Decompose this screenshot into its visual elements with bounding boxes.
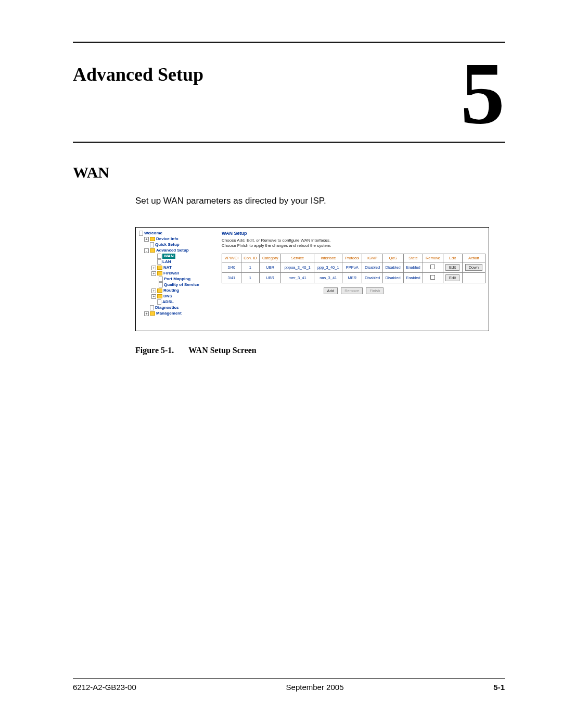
section-body: Set up WAN parameters as directed by you… bbox=[135, 196, 505, 206]
nav-routing[interactable]: +Routing bbox=[139, 288, 220, 294]
doc-icon bbox=[139, 231, 143, 236]
nav-lan[interactable]: LAN bbox=[139, 259, 220, 265]
expand-icon[interactable]: + bbox=[144, 311, 149, 316]
wan-desc-line2: Choose Finish to apply the changes and r… bbox=[222, 243, 331, 248]
remove-checkbox[interactable] bbox=[430, 275, 435, 280]
doc-icon bbox=[150, 305, 154, 310]
expand-icon[interactable]: + bbox=[151, 288, 156, 293]
col-iface: Interface bbox=[314, 254, 342, 262]
mid-rule bbox=[73, 142, 505, 143]
table-button-row: Add Remove Finish bbox=[222, 287, 486, 294]
nav-nat[interactable]: +NAT bbox=[139, 265, 220, 271]
collapse-icon[interactable]: - bbox=[144, 248, 149, 253]
cell-state: Enabled bbox=[403, 262, 423, 273]
nav-label: Welcome bbox=[144, 231, 162, 236]
cell-cat: UBR bbox=[260, 273, 281, 283]
nav-label: Quality of Service bbox=[164, 282, 199, 287]
wan-setup-title: WAN Setup bbox=[222, 231, 486, 236]
cell-svc: mer_3_41 bbox=[281, 273, 314, 283]
folder-icon bbox=[157, 294, 162, 298]
col-vpi: VPI/VCI bbox=[222, 254, 241, 262]
nav-dns[interactable]: +DNS bbox=[139, 294, 220, 299]
cell-proto: MER bbox=[342, 273, 362, 283]
chapter-title: Advanced Setup bbox=[73, 64, 203, 85]
cell-action: Down bbox=[462, 262, 485, 273]
cell-vpi: 3/40 bbox=[222, 262, 241, 273]
col-igmp: IGMP bbox=[362, 254, 383, 262]
nav-welcome[interactable]: Welcome bbox=[139, 231, 220, 236]
page-footer: 6212-A2-GB23-00 September 2005 5-1 bbox=[73, 678, 505, 692]
cell-proto: PPPoA bbox=[342, 262, 362, 273]
cell-qos: Disabled bbox=[382, 273, 403, 283]
col-state: State bbox=[403, 254, 423, 262]
expand-icon[interactable]: + bbox=[151, 266, 156, 270]
folder-icon bbox=[157, 271, 162, 275]
nav-diagnostics[interactable]: Diagnostics bbox=[139, 305, 220, 311]
nav-label: Device Info bbox=[156, 236, 178, 242]
cell-svc: pppoa_3_40_1 bbox=[281, 262, 314, 273]
remove-checkbox[interactable] bbox=[430, 265, 435, 269]
figure-number: Figure 5-1. bbox=[135, 346, 174, 355]
figure-title: WAN Setup Screen bbox=[188, 346, 256, 355]
expand-icon[interactable]: + bbox=[144, 237, 149, 242]
cell-vpi: 3/41 bbox=[222, 273, 241, 283]
nav-firewall[interactable]: +Firewall bbox=[139, 271, 220, 277]
folder-icon bbox=[157, 266, 162, 270]
cell-state: Enabled bbox=[403, 273, 423, 283]
nav-label: Advanced Setup bbox=[156, 248, 189, 253]
nav-label-current: WAN bbox=[162, 254, 175, 259]
nav-adsl[interactable]: ADSL bbox=[139, 299, 220, 305]
cell-remove bbox=[423, 262, 443, 273]
col-proto: Protocol bbox=[342, 254, 362, 262]
nav-label: Firewall bbox=[163, 271, 179, 276]
nav-quick-setup[interactable]: Quick Setup bbox=[139, 242, 220, 248]
doc-icon bbox=[159, 277, 163, 282]
folder-icon bbox=[150, 237, 155, 241]
cell-qos: Disabled bbox=[382, 262, 403, 273]
edit-button[interactable]: Edit bbox=[445, 264, 459, 271]
nav-label: LAN bbox=[162, 259, 171, 265]
nav-label: NAT bbox=[163, 265, 172, 270]
doc-icon bbox=[157, 259, 161, 265]
nav-advanced-setup[interactable]: -Advanced Setup bbox=[139, 248, 220, 254]
nav-device-info[interactable]: +Device Info bbox=[139, 236, 220, 242]
screenshot-embed: Welcome +Device Info Quick Setup -Advanc… bbox=[135, 227, 489, 331]
footer-pagenum: 5-1 bbox=[493, 683, 505, 692]
nav-label: Port Mapping bbox=[164, 277, 190, 282]
expand-icon[interactable]: + bbox=[151, 294, 156, 299]
section-title: WAN bbox=[73, 164, 505, 181]
doc-icon bbox=[159, 282, 163, 287]
wan-desc-line1: Choose Add, Edit, or Remove to configure… bbox=[222, 238, 330, 243]
doc-icon bbox=[150, 242, 154, 247]
cell-con: 1 bbox=[241, 262, 259, 273]
nav-management[interactable]: +Management bbox=[139, 311, 220, 317]
down-button[interactable]: Down bbox=[465, 264, 482, 271]
folder-icon bbox=[157, 288, 162, 293]
nav-label: Management bbox=[156, 311, 182, 316]
edit-button[interactable]: Edit bbox=[445, 274, 459, 281]
nav-port-mapping[interactable]: Port Mapping bbox=[139, 277, 220, 282]
nav-label: ADSL bbox=[162, 299, 174, 305]
nav-label: Routing bbox=[163, 288, 179, 293]
folder-icon bbox=[150, 248, 155, 253]
doc-icon bbox=[157, 254, 161, 259]
cell-igmp: Disabled bbox=[362, 262, 383, 273]
cell-action bbox=[462, 273, 485, 283]
nav-wan[interactable]: WAN bbox=[139, 254, 220, 259]
top-rule bbox=[73, 42, 505, 43]
folder-icon bbox=[150, 311, 155, 316]
cell-igmp: Disabled bbox=[362, 273, 383, 283]
col-con: Con. ID bbox=[241, 254, 259, 262]
nav-tree: Welcome +Device Info Quick Setup -Advanc… bbox=[139, 231, 220, 328]
nav-label: Diagnostics bbox=[155, 305, 178, 310]
cell-cat: UBR bbox=[260, 262, 281, 273]
col-action: Action bbox=[462, 254, 485, 262]
nav-label: Quick Setup bbox=[155, 242, 180, 247]
remove-button[interactable]: Remove bbox=[341, 287, 363, 294]
finish-button[interactable]: Finish bbox=[366, 287, 384, 294]
nav-qos[interactable]: Quality of Service bbox=[139, 282, 220, 288]
expand-icon[interactable]: + bbox=[151, 271, 156, 276]
add-button[interactable]: Add bbox=[324, 287, 338, 294]
cell-edit: Edit bbox=[443, 262, 462, 273]
figure-caption: Figure 5-1.WAN Setup Screen bbox=[135, 346, 505, 355]
